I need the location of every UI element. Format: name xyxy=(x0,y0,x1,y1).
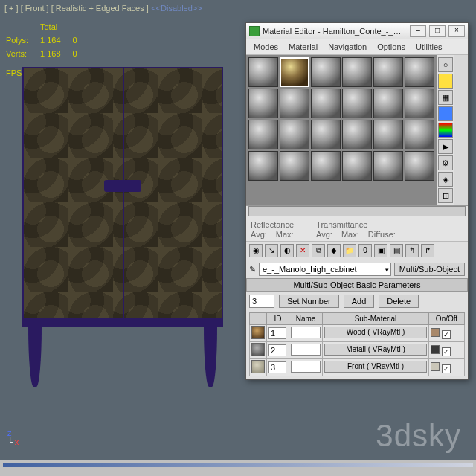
timeline-bar[interactable] xyxy=(0,460,476,476)
viewport-mode-text: [ + ] [ Front ] [ Realistic + Edged Face… xyxy=(4,4,149,13)
go-forward-icon[interactable]: ↱ xyxy=(421,244,434,257)
watermark: 3dsky xyxy=(376,418,461,454)
menu-options[interactable]: Options xyxy=(373,41,410,53)
submat-button[interactable]: Metall ( VRayMtl ) xyxy=(324,344,427,356)
close-button[interactable]: × xyxy=(448,25,465,37)
refl-avg-label: Avg: xyxy=(251,230,267,239)
stats-polys-sel: 0 xyxy=(73,34,88,46)
submat-swatch[interactable] xyxy=(251,360,265,373)
material-slot[interactable] xyxy=(373,57,403,87)
pick-material-icon[interactable]: ✎ xyxy=(249,265,256,274)
menu-material[interactable]: Material xyxy=(284,41,322,53)
viewport-label[interactable]: [ + ] [ Front ] [ Realistic + Edged Face… xyxy=(4,3,202,13)
cabinet-legs xyxy=(22,327,223,387)
rollout-header[interactable]: Multi/Sub-Object Basic Parameters xyxy=(246,278,468,292)
submat-color[interactable] xyxy=(431,362,440,371)
material-slot[interactable] xyxy=(405,151,434,181)
material-slot[interactable] xyxy=(248,120,278,149)
submat-button[interactable]: Wood ( VRayMtl ) xyxy=(324,327,427,338)
assign-to-selection-icon[interactable]: ◐ xyxy=(280,244,294,257)
reset-map-icon[interactable]: ✕ xyxy=(296,244,309,257)
menu-utilities[interactable]: Utilities xyxy=(411,41,446,53)
axis-x: x xyxy=(15,437,19,446)
submat-id-field[interactable]: 3 xyxy=(268,361,286,373)
set-number-button[interactable]: Set Number xyxy=(279,295,339,308)
make-unique-icon[interactable]: ◆ xyxy=(327,244,341,257)
minimize-button[interactable]: – xyxy=(410,25,426,37)
material-map-nav-icon[interactable]: ⊞ xyxy=(438,188,453,203)
submat-onoff-checkbox[interactable]: ✓ xyxy=(442,364,451,373)
material-id-icon[interactable]: 0 xyxy=(358,244,372,257)
material-slot[interactable] xyxy=(373,151,403,181)
material-slot[interactable] xyxy=(311,151,341,181)
submat-onoff-checkbox[interactable]: ✓ xyxy=(442,330,451,339)
cabinet-body xyxy=(22,67,223,320)
make-copy-icon[interactable]: ⧉ xyxy=(312,244,325,257)
put-to-scene-icon[interactable]: ↘ xyxy=(265,244,278,257)
axis-z: z xyxy=(7,428,19,437)
material-slot[interactable] xyxy=(280,151,309,181)
menu-navigation[interactable]: Navigation xyxy=(324,41,371,53)
material-slot[interactable] xyxy=(373,89,403,118)
material-slot[interactable] xyxy=(342,57,372,87)
material-slot[interactable] xyxy=(342,120,372,149)
make-preview-icon[interactable]: ▶ xyxy=(438,139,453,154)
axis-gizmo[interactable]: z └x xyxy=(7,428,19,446)
options-icon[interactable]: ⚙ xyxy=(438,155,453,170)
submat-name-field[interactable] xyxy=(291,327,321,338)
show-map-icon[interactable]: ▣ xyxy=(374,244,387,257)
submat-name-field[interactable] xyxy=(291,344,321,356)
stats-total-header: Total xyxy=(40,21,71,33)
submat-button[interactable]: Front ( VRayMtl ) xyxy=(324,361,427,373)
titlebar[interactable]: Material Editor - Hamilton_Conte_-_Manol… xyxy=(246,23,468,39)
material-slot[interactable] xyxy=(280,120,309,149)
material-slot[interactable] xyxy=(248,89,278,118)
col-name: Name xyxy=(289,313,323,325)
submat-color[interactable] xyxy=(431,345,440,354)
video-color-icon[interactable] xyxy=(438,123,453,138)
submat-swatch[interactable] xyxy=(251,326,265,339)
material-type-button[interactable]: Multi/Sub-Object xyxy=(394,263,465,276)
show-end-result-icon[interactable]: ▤ xyxy=(390,244,403,257)
material-slot[interactable] xyxy=(405,120,434,149)
submat-id-field[interactable]: 2 xyxy=(268,344,286,356)
add-button[interactable]: Add xyxy=(344,295,375,308)
slot-scrollbar[interactable] xyxy=(248,206,466,216)
material-slot[interactable] xyxy=(342,89,372,118)
background-icon[interactable]: ▦ xyxy=(438,90,453,105)
select-by-material-icon[interactable]: ◈ xyxy=(438,172,453,187)
submat-count-field[interactable]: 3 xyxy=(249,295,274,308)
material-slot-selected[interactable] xyxy=(280,57,309,87)
get-material-icon[interactable]: ◉ xyxy=(249,244,263,257)
submat-onoff-checkbox[interactable]: ✓ xyxy=(442,347,451,356)
material-slot[interactable] xyxy=(311,57,341,87)
submat-swatch[interactable] xyxy=(251,343,265,356)
submat-id-field[interactable]: 1 xyxy=(268,327,286,339)
maximize-button[interactable]: □ xyxy=(429,25,446,37)
transmittance-label: Transmittance xyxy=(316,220,396,229)
go-parent-icon[interactable]: ↰ xyxy=(405,244,419,257)
material-slot[interactable] xyxy=(342,151,372,181)
sample-uv-icon[interactable] xyxy=(438,106,453,121)
sample-type-icon[interactable]: ○ xyxy=(438,57,453,72)
material-slot[interactable] xyxy=(248,151,278,181)
table-row: 2 Metall ( VRayMtl ) ✓ xyxy=(250,342,465,359)
material-slot[interactable] xyxy=(373,120,403,149)
refl-max-label: Max: xyxy=(276,230,294,239)
submat-color[interactable] xyxy=(431,328,440,337)
col-id: ID xyxy=(267,313,289,325)
stats-verts-sel: 0 xyxy=(73,48,88,60)
material-name-dropdown[interactable]: e_-_Manolo_high_cabinet xyxy=(259,263,391,276)
material-slot[interactable] xyxy=(311,89,341,118)
scene-object-cabinet[interactable] xyxy=(22,67,223,387)
material-slot[interactable] xyxy=(405,89,434,118)
put-to-library-icon[interactable]: 📁 xyxy=(343,244,356,257)
material-slot[interactable] xyxy=(311,120,341,149)
material-slot[interactable] xyxy=(280,89,309,118)
backlight-icon[interactable] xyxy=(438,74,453,89)
submat-name-field[interactable] xyxy=(291,361,321,373)
material-slot[interactable] xyxy=(248,57,278,87)
delete-button[interactable]: Delete xyxy=(379,295,419,308)
material-slot[interactable] xyxy=(405,57,434,87)
menu-modes[interactable]: Modes xyxy=(249,41,283,53)
